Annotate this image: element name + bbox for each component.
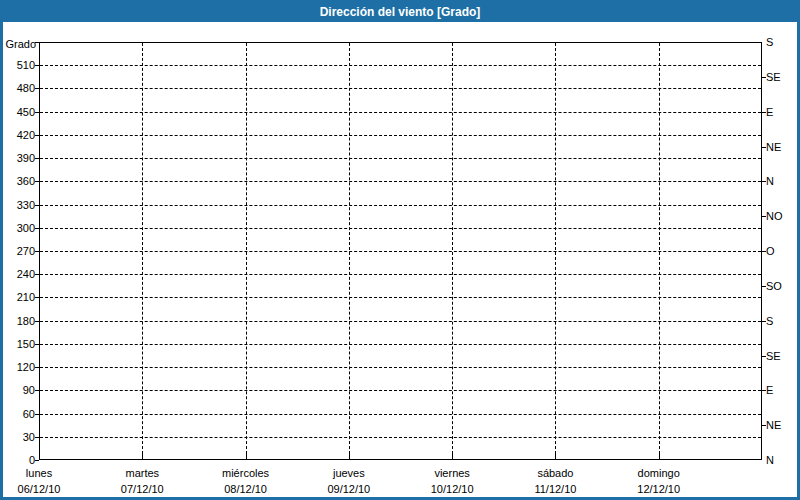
y-tick-label: 270 — [3, 244, 35, 258]
x-axis-tick — [349, 454, 350, 459]
h-gridline — [40, 205, 761, 206]
chart-title: Dirección del viento [Grado] — [320, 3, 481, 22]
compass-tick-label: E — [766, 383, 773, 397]
y-tick-label: 510 — [3, 58, 35, 72]
compass-tick-label: E — [766, 105, 773, 119]
x-date-label: 09/12/10 — [297, 482, 401, 496]
x-axis-tick — [659, 454, 660, 459]
y-axis-tick — [35, 390, 39, 391]
h-gridline — [40, 65, 761, 66]
compass-tick-label: SO — [766, 279, 782, 293]
y-axis-tick — [35, 251, 39, 252]
y-tick-label: 90 — [3, 383, 35, 397]
y-axis-tick — [35, 274, 39, 275]
h-gridline — [40, 414, 761, 415]
h-gridline — [40, 390, 761, 391]
y-tick-label: 120 — [3, 360, 35, 374]
x-date-label: 07/12/10 — [90, 482, 194, 496]
y-tick-label: 450 — [3, 105, 35, 119]
y-tick-label: 330 — [3, 198, 35, 212]
compass-tick-label: SE — [766, 349, 781, 363]
h-gridline — [40, 251, 761, 252]
y-tick-label: 480 — [3, 81, 35, 95]
v-gridline — [246, 43, 247, 459]
y-axis-title: Grado — [3, 37, 36, 51]
compass-tick-label: NO — [766, 209, 783, 223]
v-gridline — [349, 43, 350, 459]
x-day-label: domingo — [607, 466, 711, 480]
y-axis-tick — [35, 135, 39, 136]
y-tick-label: 0 — [3, 453, 35, 467]
y-tick-label: 390 — [3, 151, 35, 165]
y-tick-label: 150 — [3, 337, 35, 351]
y-axis-tick — [35, 42, 39, 43]
h-gridline — [40, 321, 761, 322]
x-day-label: jueves — [297, 466, 401, 480]
y-tick-label: 240 — [3, 267, 35, 281]
y-axis-tick — [35, 88, 39, 89]
h-gridline — [40, 88, 761, 89]
y-tick-label: 420 — [3, 128, 35, 142]
x-day-label: miércoles — [194, 466, 298, 480]
x-date-label: 08/12/10 — [194, 482, 298, 496]
x-day-label: sábado — [503, 466, 607, 480]
h-gridline — [40, 135, 761, 136]
h-gridline — [40, 274, 761, 275]
x-date-label: 10/12/10 — [400, 482, 504, 496]
y-axis-tick — [35, 158, 39, 159]
v-gridline — [659, 43, 660, 459]
y-axis-tick — [35, 205, 39, 206]
x-date-label: 06/12/10 — [3, 482, 91, 496]
x-day-label: lunes — [3, 466, 91, 480]
compass-tick-label: N — [766, 174, 774, 188]
compass-tick-label: S — [766, 314, 773, 328]
x-axis-tick — [142, 454, 143, 459]
compass-tick-label: NE — [766, 140, 781, 154]
chart-window: Dirección del viento [Grado] Grado 03060… — [0, 0, 800, 500]
y-axis-tick — [35, 181, 39, 182]
y-tick-label: 360 — [3, 174, 35, 188]
v-gridline — [452, 43, 453, 459]
x-axis-tick — [555, 454, 556, 459]
compass-tick-label: SE — [766, 70, 781, 84]
h-gridline — [40, 367, 761, 368]
y-axis-tick — [35, 297, 39, 298]
y-tick-label: 180 — [3, 314, 35, 328]
y-axis-tick — [35, 414, 39, 415]
y-axis-tick — [35, 437, 39, 438]
compass-tick-label: N — [766, 453, 774, 467]
v-gridline — [555, 43, 556, 459]
h-gridline — [40, 158, 761, 159]
x-date-label: 12/12/10 — [607, 482, 711, 496]
y-axis-tick — [35, 65, 39, 66]
y-axis-tick — [35, 228, 39, 229]
x-axis-tick — [452, 454, 453, 459]
y-axis-tick — [35, 344, 39, 345]
y-tick-label: 210 — [3, 290, 35, 304]
compass-tick-label: NE — [766, 418, 781, 432]
y-axis-tick — [35, 112, 39, 113]
h-gridline — [40, 297, 761, 298]
h-gridline — [40, 437, 761, 438]
y-tick-label: 300 — [3, 221, 35, 235]
h-gridline — [40, 181, 761, 182]
x-date-label: 11/12/10 — [503, 482, 607, 496]
v-gridline — [142, 43, 143, 459]
h-gridline — [40, 228, 761, 229]
chart-canvas: Grado 0306090120150180210240270300330360… — [3, 22, 797, 497]
x-day-label: martes — [90, 466, 194, 480]
h-gridline — [40, 112, 761, 113]
chart-title-bar: Dirección del viento [Grado] — [3, 3, 797, 22]
y-axis-tick — [35, 321, 39, 322]
x-axis-tick — [246, 454, 247, 459]
y-axis-tick — [35, 367, 39, 368]
x-day-label: viernes — [400, 466, 504, 480]
y-tick-label: 30 — [3, 430, 35, 444]
y-axis-tick — [35, 460, 39, 461]
y-tick-label: 60 — [3, 407, 35, 421]
h-gridline — [40, 344, 761, 345]
compass-tick-label: S — [766, 35, 773, 49]
compass-tick-label: O — [766, 244, 775, 258]
